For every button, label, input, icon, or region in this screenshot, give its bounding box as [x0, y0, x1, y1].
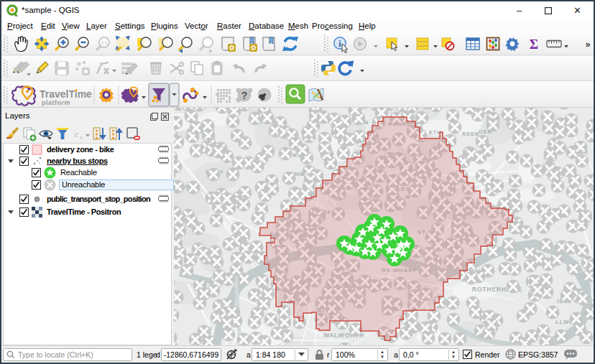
- svg-text:υ: υ: [80, 134, 83, 141]
- svg-text:ε: ε: [75, 129, 79, 139]
- svg-text:REEN: REEN: [462, 131, 479, 137]
- svg-text:platform: platform: [42, 99, 70, 106]
- svg-text:1:1: 1:1: [101, 40, 107, 45]
- svg-text:?: ?: [241, 90, 248, 101]
- svg-text:»: »: [586, 39, 591, 50]
- svg-text:TravelTime: TravelTime: [40, 88, 92, 100]
- svg-text:Σ: Σ: [530, 37, 538, 52]
